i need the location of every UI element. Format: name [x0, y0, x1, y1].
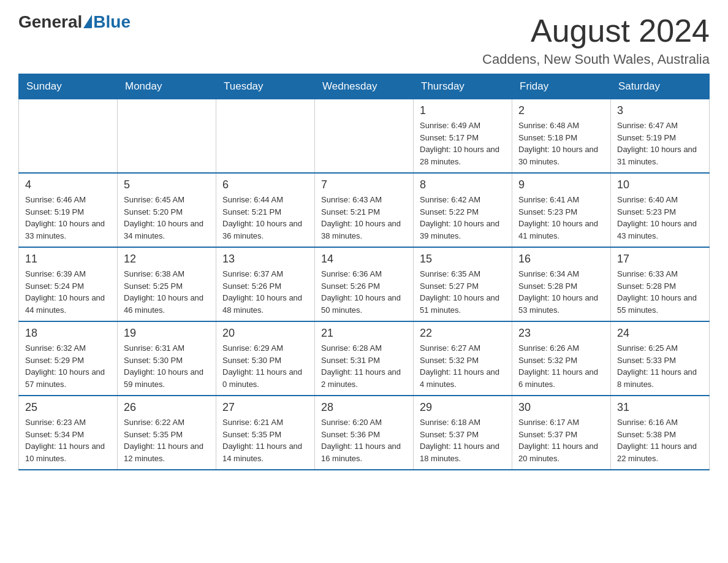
day-number: 11 — [25, 253, 111, 266]
day-info: Sunrise: 6:46 AM Sunset: 5:19 PM Dayligh… — [25, 194, 111, 242]
day-header-wednesday: Wednesday — [315, 74, 414, 99]
day-cell: 24Sunrise: 6:25 AM Sunset: 5:33 PM Dayli… — [611, 321, 710, 396]
day-cell: 31Sunrise: 6:16 AM Sunset: 5:38 PM Dayli… — [611, 396, 710, 470]
day-info: Sunrise: 6:40 AM Sunset: 5:23 PM Dayligh… — [617, 194, 703, 242]
day-cell: 29Sunrise: 6:18 AM Sunset: 5:37 PM Dayli… — [414, 396, 512, 470]
logo: General Blue — [18, 12, 131, 32]
logo-triangle-icon — [83, 15, 92, 28]
day-info: Sunrise: 6:33 AM Sunset: 5:28 PM Dayligh… — [617, 268, 703, 316]
day-cell: 2Sunrise: 6:48 AM Sunset: 5:18 PM Daylig… — [512, 99, 611, 174]
day-info: Sunrise: 6:34 AM Sunset: 5:28 PM Dayligh… — [518, 268, 604, 316]
day-number: 10 — [617, 178, 703, 191]
day-cell: 10Sunrise: 6:40 AM Sunset: 5:23 PM Dayli… — [611, 173, 710, 247]
day-cell: 28Sunrise: 6:20 AM Sunset: 5:36 PM Dayli… — [315, 396, 414, 470]
week-row-5: 25Sunrise: 6:23 AM Sunset: 5:34 PM Dayli… — [19, 396, 710, 470]
day-header-sunday: Sunday — [19, 74, 118, 99]
day-info: Sunrise: 6:21 AM Sunset: 5:35 PM Dayligh… — [222, 416, 308, 464]
day-cell: 27Sunrise: 6:21 AM Sunset: 5:35 PM Dayli… — [216, 396, 315, 470]
day-number: 6 — [222, 178, 308, 191]
day-cell: 19Sunrise: 6:31 AM Sunset: 5:30 PM Dayli… — [118, 321, 216, 396]
day-cell: 14Sunrise: 6:36 AM Sunset: 5:26 PM Dayli… — [315, 247, 414, 321]
day-info: Sunrise: 6:38 AM Sunset: 5:25 PM Dayligh… — [124, 268, 210, 316]
day-info: Sunrise: 6:26 AM Sunset: 5:32 PM Dayligh… — [518, 342, 604, 390]
day-number: 12 — [124, 253, 210, 266]
day-info: Sunrise: 6:42 AM Sunset: 5:22 PM Dayligh… — [420, 194, 506, 242]
day-cell: 11Sunrise: 6:39 AM Sunset: 5:24 PM Dayli… — [19, 247, 118, 321]
day-cell: 8Sunrise: 6:42 AM Sunset: 5:22 PM Daylig… — [414, 173, 512, 247]
day-cell: 7Sunrise: 6:43 AM Sunset: 5:21 PM Daylig… — [315, 173, 414, 247]
day-cell: 4Sunrise: 6:46 AM Sunset: 5:19 PM Daylig… — [19, 173, 118, 247]
day-number: 29 — [420, 401, 506, 414]
location-title: Caddens, New South Wales, Australia — [482, 52, 710, 67]
day-info: Sunrise: 6:28 AM Sunset: 5:31 PM Dayligh… — [321, 342, 407, 390]
day-number: 5 — [124, 178, 210, 191]
day-number: 24 — [617, 327, 703, 340]
day-info: Sunrise: 6:31 AM Sunset: 5:30 PM Dayligh… — [124, 342, 210, 390]
day-info: Sunrise: 6:45 AM Sunset: 5:20 PM Dayligh… — [124, 194, 210, 242]
day-number: 22 — [420, 327, 506, 340]
day-header-thursday: Thursday — [414, 74, 512, 99]
day-cell — [19, 99, 118, 174]
day-number: 16 — [518, 253, 604, 266]
day-info: Sunrise: 6:39 AM Sunset: 5:24 PM Dayligh… — [25, 268, 111, 316]
day-number: 23 — [518, 327, 604, 340]
day-info: Sunrise: 6:48 AM Sunset: 5:18 PM Dayligh… — [518, 120, 604, 167]
day-info: Sunrise: 6:16 AM Sunset: 5:38 PM Dayligh… — [617, 416, 703, 464]
day-cell — [315, 99, 414, 174]
day-info: Sunrise: 6:29 AM Sunset: 5:30 PM Dayligh… — [222, 342, 308, 390]
day-cell: 9Sunrise: 6:41 AM Sunset: 5:23 PM Daylig… — [512, 173, 611, 247]
page-header: General Blue August 2024 Caddens, New So… — [18, 12, 710, 67]
day-cell: 20Sunrise: 6:29 AM Sunset: 5:30 PM Dayli… — [216, 321, 315, 396]
day-info: Sunrise: 6:47 AM Sunset: 5:19 PM Dayligh… — [617, 120, 703, 167]
day-info: Sunrise: 6:44 AM Sunset: 5:21 PM Dayligh… — [222, 194, 308, 242]
day-cell: 6Sunrise: 6:44 AM Sunset: 5:21 PM Daylig… — [216, 173, 315, 247]
day-number: 7 — [321, 178, 407, 191]
day-cell: 18Sunrise: 6:32 AM Sunset: 5:29 PM Dayli… — [19, 321, 118, 396]
day-cell: 21Sunrise: 6:28 AM Sunset: 5:31 PM Dayli… — [315, 321, 414, 396]
day-number: 18 — [25, 327, 111, 340]
day-cell: 16Sunrise: 6:34 AM Sunset: 5:28 PM Dayli… — [512, 247, 611, 321]
day-cell — [216, 99, 315, 174]
day-number: 14 — [321, 253, 407, 266]
week-row-4: 18Sunrise: 6:32 AM Sunset: 5:29 PM Dayli… — [19, 321, 710, 396]
day-number: 19 — [124, 327, 210, 340]
day-number: 8 — [420, 178, 506, 191]
day-cell: 5Sunrise: 6:45 AM Sunset: 5:20 PM Daylig… — [118, 173, 216, 247]
day-info: Sunrise: 6:35 AM Sunset: 5:27 PM Dayligh… — [420, 268, 506, 316]
day-number: 9 — [518, 178, 604, 191]
day-header-saturday: Saturday — [611, 74, 710, 99]
day-number: 26 — [124, 401, 210, 414]
day-info: Sunrise: 6:49 AM Sunset: 5:17 PM Dayligh… — [420, 120, 506, 167]
week-row-2: 4Sunrise: 6:46 AM Sunset: 5:19 PM Daylig… — [19, 173, 710, 247]
day-info: Sunrise: 6:25 AM Sunset: 5:33 PM Dayligh… — [617, 342, 703, 390]
day-number: 27 — [222, 401, 308, 414]
right-header: August 2024 Caddens, New South Wales, Au… — [482, 12, 710, 67]
day-info: Sunrise: 6:23 AM Sunset: 5:34 PM Dayligh… — [25, 416, 111, 464]
day-info: Sunrise: 6:41 AM Sunset: 5:23 PM Dayligh… — [518, 194, 604, 242]
day-number: 17 — [617, 253, 703, 266]
day-info: Sunrise: 6:22 AM Sunset: 5:35 PM Dayligh… — [124, 416, 210, 464]
day-info: Sunrise: 6:43 AM Sunset: 5:21 PM Dayligh… — [321, 194, 407, 242]
day-header-tuesday: Tuesday — [216, 74, 315, 99]
day-cell: 13Sunrise: 6:37 AM Sunset: 5:26 PM Dayli… — [216, 247, 315, 321]
calendar-table: SundayMondayTuesdayWednesdayThursdayFrid… — [18, 74, 710, 470]
week-row-3: 11Sunrise: 6:39 AM Sunset: 5:24 PM Dayli… — [19, 247, 710, 321]
day-header-friday: Friday — [512, 74, 611, 99]
day-number: 31 — [617, 401, 703, 414]
calendar-header-row: SundayMondayTuesdayWednesdayThursdayFrid… — [19, 74, 710, 99]
day-number: 25 — [25, 401, 111, 414]
day-cell: 26Sunrise: 6:22 AM Sunset: 5:35 PM Dayli… — [118, 396, 216, 470]
day-info: Sunrise: 6:37 AM Sunset: 5:26 PM Dayligh… — [222, 268, 308, 316]
day-number: 30 — [518, 401, 604, 414]
week-row-1: 1Sunrise: 6:49 AM Sunset: 5:17 PM Daylig… — [19, 99, 710, 174]
logo-general-text: General — [18, 12, 82, 32]
day-cell: 3Sunrise: 6:47 AM Sunset: 5:19 PM Daylig… — [611, 99, 710, 174]
day-cell: 1Sunrise: 6:49 AM Sunset: 5:17 PM Daylig… — [414, 99, 512, 174]
day-info: Sunrise: 6:20 AM Sunset: 5:36 PM Dayligh… — [321, 416, 407, 464]
day-number: 3 — [617, 104, 703, 117]
logo-blue-text: Blue — [93, 12, 131, 32]
day-cell: 25Sunrise: 6:23 AM Sunset: 5:34 PM Dayli… — [19, 396, 118, 470]
day-number: 15 — [420, 253, 506, 266]
day-cell: 22Sunrise: 6:27 AM Sunset: 5:32 PM Dayli… — [414, 321, 512, 396]
day-cell: 15Sunrise: 6:35 AM Sunset: 5:27 PM Dayli… — [414, 247, 512, 321]
